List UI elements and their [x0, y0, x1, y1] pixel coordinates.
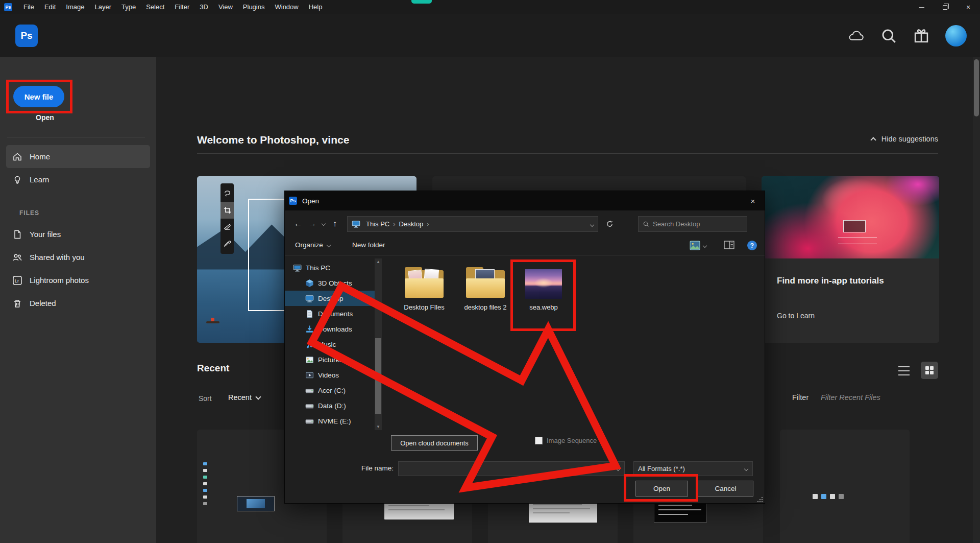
dialog-close-button[interactable]: × — [741, 191, 765, 210]
go-to-learn-link[interactable]: Go to Learn — [777, 312, 815, 320]
tree-item-3d-objects[interactable]: 3D Objects — [285, 275, 375, 291]
address-bar[interactable]: This PC›Desktop› — [347, 216, 598, 232]
user-avatar[interactable] — [945, 25, 967, 46]
recent-thumbnail — [813, 494, 844, 499]
home-icon — [12, 152, 22, 162]
menu-view[interactable]: View — [213, 0, 238, 14]
minimize-icon — [919, 7, 924, 8]
tree-item-videos[interactable]: Videos — [285, 367, 375, 383]
canoe-graphic — [206, 321, 219, 323]
menu-window[interactable]: Window — [270, 0, 303, 14]
menu-image[interactable]: Image — [61, 0, 89, 14]
change-view-button[interactable] — [690, 241, 706, 250]
tree-item-pictures[interactable]: Pictures — [285, 352, 375, 367]
tree-item-this-pc[interactable]: This PC — [285, 260, 375, 275]
image-sequence-checkbox[interactable] — [535, 437, 543, 444]
menu-type[interactable]: Type — [116, 0, 141, 14]
menu-plugins[interactable]: Plugins — [238, 0, 270, 14]
menu-filter[interactable]: Filter — [169, 0, 194, 14]
new-file-button[interactable]: New file — [13, 86, 64, 107]
sidebar-item-lightroom-photos[interactable]: LrLightroom photos — [6, 269, 150, 292]
format-dropdown[interactable]: All Formats (*.*) — [633, 461, 753, 476]
dialog-body: This PC3D ObjectsDesktopDocumentsDownloa… — [285, 256, 765, 431]
tree-item-label: Pictures — [318, 356, 343, 364]
tutorial-card-title: Find more in-app tutorials — [777, 276, 884, 286]
hide-suggestions-button[interactable]: Hide suggestions — [871, 135, 938, 143]
breadcrumb: This PC›Desktop› — [364, 219, 431, 228]
crop-tool-icon — [220, 202, 234, 219]
menu-help[interactable]: Help — [304, 0, 328, 14]
open-button[interactable]: Open — [36, 113, 54, 122]
dialog-open-button[interactable]: Open — [635, 481, 688, 497]
minimize-button[interactable] — [910, 0, 933, 14]
sidebar-item-deleted[interactable]: Deleted — [6, 292, 150, 315]
chevron-down-icon — [590, 223, 594, 227]
help-button[interactable]: ? — [747, 241, 757, 250]
menu-3d[interactable]: 3D — [194, 0, 213, 14]
cloud-icon[interactable] — [847, 28, 865, 43]
filter-input[interactable]: Filter Recent Files — [821, 393, 928, 402]
file-name-input[interactable] — [399, 462, 612, 476]
list-view-button[interactable] — [897, 365, 911, 377]
tree-item-data-d[interactable]: Data (D:) — [285, 398, 375, 413]
scrollbar-thumb[interactable] — [974, 59, 979, 116]
app-scrollbar[interactable] — [973, 57, 980, 543]
search-box[interactable]: Search Desktop — [638, 216, 747, 232]
sidebar-item-learn[interactable]: Learn — [6, 168, 150, 191]
sidebar-item-label: Home — [30, 152, 50, 161]
this-pc-icon — [352, 220, 360, 228]
tree-scrollbar[interactable]: ▲ ▼ — [375, 258, 382, 430]
flamingo-image — [762, 176, 939, 258]
tree-item-acer-c[interactable]: Acer (C:) — [285, 383, 375, 398]
docs-icon — [305, 310, 314, 318]
file-item-sea-webp[interactable]: sea.webp — [518, 263, 569, 312]
sidebar-item-your-files[interactable]: Your files — [6, 223, 150, 246]
tree-item-downloads[interactable]: Downloads — [285, 321, 375, 337]
scroll-down-icon[interactable]: ▼ — [375, 424, 382, 429]
sidebar-item-shared-with-you[interactable]: Shared with you — [6, 246, 150, 269]
breadcrumb-item-this-pc[interactable]: This PC — [364, 220, 391, 228]
up-button[interactable]: ↑ — [328, 216, 342, 231]
restore-button[interactable] — [933, 0, 957, 14]
gift-icon[interactable] — [913, 28, 930, 43]
drive-icon — [305, 417, 314, 426]
menu-file[interactable]: File — [18, 0, 39, 14]
back-button[interactable]: ← — [291, 216, 305, 231]
chevron-down-icon — [616, 466, 620, 470]
file-item-desktop-files-2[interactable]: desktop files 2 — [460, 263, 511, 312]
sidebar-item-home[interactable]: Home — [6, 145, 150, 168]
scroll-up-icon[interactable]: ▲ — [375, 259, 382, 264]
tree-item-documents[interactable]: Documents — [285, 306, 375, 321]
breadcrumb-item-desktop[interactable]: Desktop — [397, 220, 426, 228]
sort-dropdown[interactable]: Recent — [228, 393, 260, 402]
tree-item-music[interactable]: Music — [285, 337, 375, 352]
refresh-button[interactable] — [600, 216, 619, 232]
recent-thumbnail — [237, 496, 275, 511]
recent-file-card[interactable] — [780, 430, 910, 543]
dialog-cancel-button[interactable]: Cancel — [698, 481, 753, 497]
file-item-desktop-files[interactable]: Desktop FIles — [399, 263, 450, 312]
new-folder-button[interactable]: New folder — [352, 241, 385, 249]
menu-layer[interactable]: Layer — [90, 0, 117, 14]
resize-grip[interactable] — [757, 497, 763, 503]
grid-icon — [925, 366, 934, 374]
history-dropdown[interactable] — [320, 216, 328, 231]
organize-button[interactable]: Organize — [295, 241, 330, 249]
tree-item-desktop[interactable]: Desktop — [285, 291, 375, 306]
chevron-up-icon — [870, 137, 876, 143]
open-cloud-documents-button[interactable]: Open cloud documents — [391, 435, 478, 451]
search-icon[interactable] — [880, 28, 897, 43]
preview-pane-button[interactable] — [724, 241, 734, 251]
scrollbar-thumb[interactable] — [375, 338, 381, 414]
tutorial-card-flamingo[interactable]: Find more in-app tutorials Go to Learn — [762, 176, 939, 343]
file-name: Desktop FIles — [399, 303, 450, 312]
grid-view-button[interactable] — [921, 362, 938, 379]
forward-button[interactable]: → — [305, 216, 320, 231]
tree-item-nvme-e[interactable]: NVME (E:) — [285, 413, 375, 429]
menu-select[interactable]: Select — [141, 0, 169, 14]
close-button[interactable]: × — [957, 0, 980, 14]
menu-edit[interactable]: Edit — [39, 0, 61, 14]
file-name-dropdown[interactable] — [612, 462, 624, 476]
address-dropdown[interactable] — [591, 219, 594, 228]
tree-item-label: NVME (E:) — [318, 417, 351, 425]
